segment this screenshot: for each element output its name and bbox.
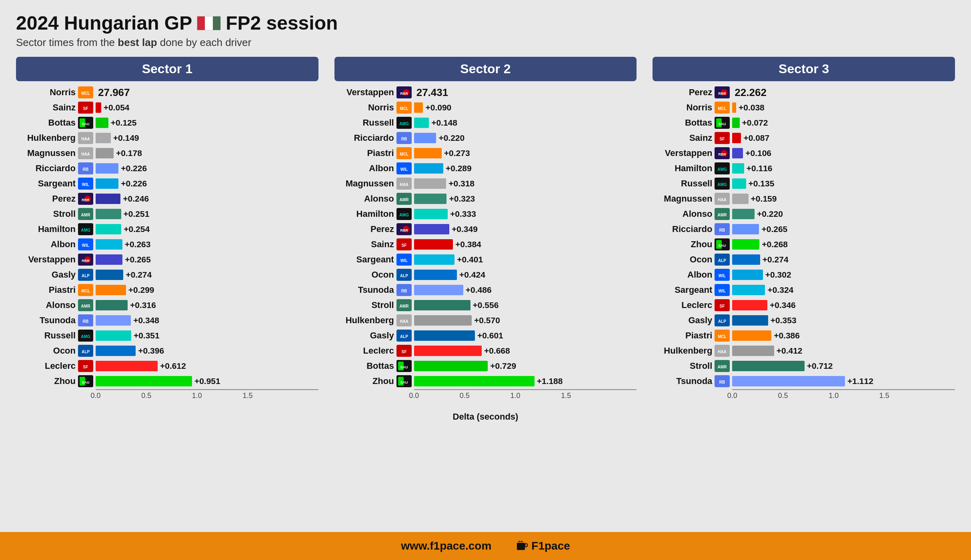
svg-text:AMR: AMR (399, 198, 409, 202)
driver-row: AlonsoAMR+0.316 (16, 298, 318, 312)
team-badge: AMR (715, 360, 730, 372)
team-badge: RBR (396, 223, 412, 235)
delta-bar (96, 239, 122, 250)
svg-text:SAU: SAU (82, 380, 89, 384)
x-tick: 0.0 (409, 392, 419, 400)
bar-container: +0.087 (730, 133, 955, 143)
driver-row: AlbonWIL+0.302 (653, 268, 955, 282)
svg-text:SAU: SAU (719, 244, 726, 248)
sector-header-1: Sector 1 (16, 57, 318, 81)
delta-label: +0.268 (762, 240, 788, 249)
x-axis-line (96, 389, 318, 390)
svg-text:AMG: AMG (718, 167, 727, 172)
delta-label: +0.353 (771, 316, 797, 325)
bar-container: +0.601 (412, 330, 637, 341)
svg-text:ALP: ALP (400, 274, 408, 278)
driver-name: Magnussen (16, 148, 78, 158)
svg-text:RBR: RBR (719, 92, 727, 96)
delta-label: +0.274 (763, 255, 789, 264)
svg-text:AMR: AMR (81, 213, 91, 217)
bar-container: +0.265 (730, 224, 955, 234)
driver-name: Sargeant (16, 178, 78, 189)
delta-bar (732, 209, 755, 219)
team-badge: HAA (78, 132, 93, 144)
delta-label: +0.251 (124, 209, 150, 219)
delta-bar (732, 330, 771, 341)
driver-name: Tsunoda (653, 376, 715, 386)
driver-row: LeclercSF+0.346 (653, 298, 955, 312)
subtitle-bold: best lap (118, 36, 157, 48)
x-tick: 1.0 (829, 392, 839, 400)
team-badge: SAU (715, 117, 730, 129)
driver-name: Perez (16, 194, 78, 204)
bar-container: +0.289 (412, 163, 637, 174)
delta-bar (414, 148, 442, 158)
delta-label: +1.188 (537, 376, 563, 386)
delta-label: +0.263 (125, 240, 151, 249)
delta-bar (414, 315, 472, 326)
team-badge: RB (396, 132, 412, 144)
delta-label: +0.246 (123, 194, 149, 204)
delta-label: +0.712 (807, 361, 833, 371)
svg-text:WIL: WIL (400, 258, 408, 263)
bar-container: +0.220 (412, 133, 637, 143)
driver-row: NorrisMCL27.967 (16, 85, 318, 100)
bar-container: +0.135 (730, 178, 955, 189)
bar-container: +0.386 (730, 330, 955, 341)
bar-container: +1.112 (730, 376, 955, 386)
svg-rect-133 (525, 544, 527, 547)
delta-bar (96, 270, 123, 280)
bar-container: +0.348 (93, 315, 318, 326)
sector-header-3: Sector 3 (653, 57, 955, 81)
x-tick: 0.5 (778, 392, 788, 400)
svg-text:RB: RB (719, 228, 725, 232)
sector-block-1: Sector 1NorrisMCL27.967SainzSF+0.054Bott… (16, 57, 318, 405)
driver-row: HulkenbergHAA+0.149 (16, 131, 318, 145)
team-badge: RBR (78, 193, 93, 205)
driver-row: PerezRBR+0.246 (16, 192, 318, 206)
delta-label: +0.318 (448, 179, 474, 188)
driver-row: TsunodaRB+0.486 (334, 283, 637, 297)
team-badge: ALP (715, 254, 730, 266)
team-badge: RB (715, 223, 730, 235)
title-section: 2024 Hungarian GP FP2 session Sector tim… (16, 12, 955, 49)
delta-bar (96, 285, 126, 295)
driver-name: Hulkenberg (16, 133, 78, 143)
delta-bar (96, 163, 118, 174)
driver-name: Leclerc (334, 346, 396, 356)
svg-text:HAA: HAA (718, 198, 727, 202)
delta-bar (96, 346, 136, 356)
delta-bar (414, 102, 423, 113)
bar-container: +0.951 (93, 376, 318, 386)
bar-container: +0.729 (412, 361, 637, 371)
main-title: 2024 Hungarian GP FP2 session (16, 12, 955, 34)
driver-name: Gasly (334, 330, 396, 341)
driver-name: Norris (16, 87, 78, 98)
driver-row: PiastriMCL+0.299 (16, 283, 318, 297)
driver-name: Verstappen (16, 254, 78, 265)
delta-label: +0.324 (767, 285, 793, 295)
driver-name: Albon (653, 270, 715, 280)
main-content: 2024 Hungarian GP FP2 session Sector tim… (0, 0, 971, 532)
driver-name: Perez (334, 224, 396, 234)
delta-bar (96, 148, 114, 158)
delta-bar (732, 224, 759, 234)
driver-name: Hamilton (16, 224, 78, 234)
title-text: 2024 Hungarian GP (16, 12, 192, 34)
bar-container: +0.351 (93, 330, 318, 341)
driver-row: NorrisMCL+0.038 (653, 100, 955, 115)
delta-label: +0.396 (138, 346, 164, 356)
delta-label: +0.265 (761, 224, 787, 234)
delta-bar (732, 239, 759, 250)
team-badge: RB (78, 162, 93, 174)
bar-container: +0.668 (412, 346, 637, 356)
driver-name: Stroll (653, 361, 715, 371)
best-time-label: 27.431 (416, 86, 448, 99)
driver-name: Albon (16, 239, 78, 250)
bar-container: +0.149 (93, 133, 318, 143)
bar-container: +0.323 (412, 194, 637, 204)
team-badge: AMG (78, 223, 93, 235)
driver-row: HamiltonAMG+0.254 (16, 222, 318, 236)
delta-label: +0.038 (739, 103, 765, 112)
team-badge: AMG (715, 178, 730, 190)
